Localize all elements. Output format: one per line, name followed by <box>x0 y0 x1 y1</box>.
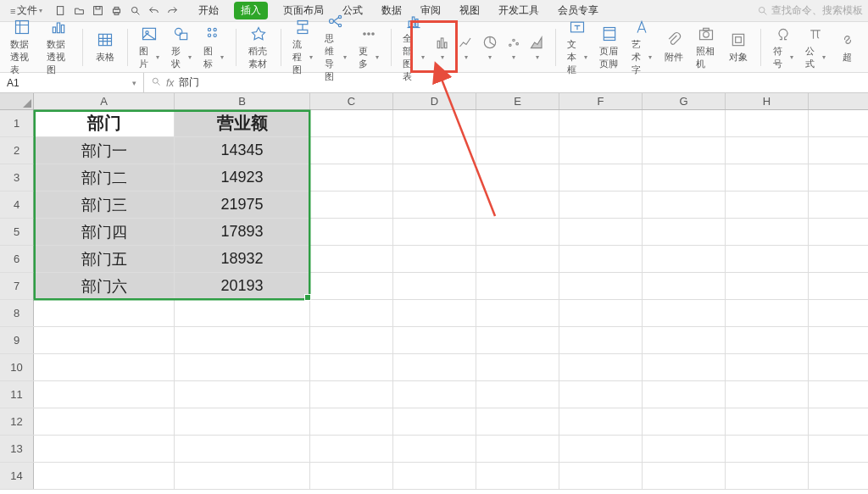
cell[interactable] <box>476 463 559 489</box>
cell[interactable] <box>310 273 393 299</box>
cell[interactable] <box>476 246 559 272</box>
new-icon[interactable] <box>54 5 66 17</box>
cell[interactable] <box>310 436 393 462</box>
row-header[interactable]: 7 <box>0 273 34 299</box>
cell[interactable] <box>310 246 393 272</box>
cell[interactable] <box>393 354 476 380</box>
cell[interactable] <box>34 300 175 326</box>
save-icon[interactable] <box>92 5 103 17</box>
col-header-C[interactable]: C <box>310 93 393 109</box>
cell[interactable] <box>643 300 726 326</box>
cell-A2[interactable]: 部门一 <box>34 137 175 164</box>
col-header-E[interactable]: E <box>476 93 559 109</box>
hyperlink-button[interactable]: 超 <box>834 29 861 65</box>
cell[interactable] <box>643 327 726 353</box>
col-header-A[interactable]: A <box>34 93 175 109</box>
cell[interactable] <box>559 327 643 353</box>
cell[interactable] <box>34 436 175 462</box>
cell-B7[interactable]: 20193 <box>175 273 310 299</box>
fx-icon[interactable]: fx <box>166 77 174 89</box>
iconset-button[interactable]: 图标▾ <box>200 23 227 72</box>
mini-line-button[interactable]: ▾ <box>457 31 476 63</box>
spreadsheet-grid[interactable]: A B C D E F G H 1 部门 营业额 2 部门一 14345 3 部… <box>0 93 868 490</box>
row-header[interactable]: 4 <box>0 191 34 218</box>
mini-bar-button[interactable]: ▾ <box>433 31 452 63</box>
search-box[interactable]: 查找命令、搜索模板 <box>757 3 863 18</box>
print-icon[interactable] <box>110 5 122 17</box>
cell-A3[interactable]: 部门二 <box>34 164 175 191</box>
cell[interactable] <box>393 110 476 136</box>
cell[interactable] <box>310 381 393 408</box>
cell[interactable] <box>726 354 809 380</box>
cell[interactable] <box>393 164 476 191</box>
cell[interactable] <box>175 463 310 489</box>
cell-B5[interactable]: 17893 <box>175 219 310 245</box>
cell[interactable] <box>643 164 726 191</box>
cell[interactable] <box>310 110 393 136</box>
cell[interactable] <box>643 273 726 299</box>
cell[interactable] <box>726 110 809 136</box>
col-header-H[interactable]: H <box>726 93 809 109</box>
cell[interactable] <box>393 463 476 489</box>
cell[interactable] <box>643 381 726 408</box>
mini-pie-button[interactable]: ▾ <box>481 31 499 63</box>
cell[interactable] <box>726 463 809 489</box>
cell[interactable] <box>726 408 809 435</box>
pivot-chart-button[interactable]: 数据透视图 <box>43 16 75 78</box>
cell[interactable] <box>175 436 310 462</box>
row-header[interactable]: 11 <box>0 381 34 408</box>
cell[interactable] <box>310 191 393 218</box>
cell[interactable] <box>476 219 559 245</box>
cell[interactable] <box>310 408 393 435</box>
preview-icon[interactable] <box>129 5 141 17</box>
cell[interactable] <box>310 327 393 353</box>
more-button[interactable]: 更多▾ <box>355 23 382 72</box>
cell-B6[interactable]: 18932 <box>175 246 310 272</box>
cell[interactable] <box>643 110 726 136</box>
cell[interactable] <box>726 219 809 245</box>
pivot-table-button[interactable]: 数据透视表 <box>7 16 38 78</box>
flowchart-button[interactable]: 流程图▾ <box>289 16 316 78</box>
open-icon[interactable] <box>73 5 85 17</box>
cell-A1[interactable]: 部门 <box>34 110 175 136</box>
tab-home[interactable]: 开始 <box>195 2 222 19</box>
cell[interactable] <box>643 436 726 462</box>
col-header-F[interactable]: F <box>559 93 643 109</box>
tab-dev[interactable]: 开发工具 <box>495 2 542 19</box>
cell[interactable] <box>726 246 809 272</box>
cell[interactable] <box>559 219 643 245</box>
cell[interactable] <box>393 381 476 408</box>
cell[interactable] <box>175 408 310 435</box>
col-header-D[interactable]: D <box>393 93 476 109</box>
cell[interactable] <box>476 137 559 164</box>
cell[interactable] <box>559 137 643 164</box>
cell-B1[interactable]: 营业额 <box>175 110 310 136</box>
cell[interactable] <box>643 354 726 380</box>
cell[interactable] <box>310 219 393 245</box>
cell[interactable] <box>559 246 643 272</box>
asset-button[interactable]: 稻壳素材 <box>245 23 272 72</box>
cell-A6[interactable]: 部门五 <box>34 246 175 272</box>
cell[interactable] <box>643 191 726 218</box>
cell[interactable] <box>476 164 559 191</box>
cell[interactable] <box>559 191 643 218</box>
mini-area-button[interactable]: ▾ <box>528 31 547 63</box>
cell[interactable] <box>643 137 726 164</box>
cell[interactable] <box>393 219 476 245</box>
row-header[interactable]: 13 <box>0 436 34 462</box>
cell[interactable] <box>310 463 393 489</box>
cell[interactable] <box>559 354 643 380</box>
cell[interactable] <box>393 191 476 218</box>
cell[interactable] <box>393 246 476 272</box>
cell[interactable] <box>643 246 726 272</box>
picture-button[interactable]: 图片▾ <box>136 23 163 72</box>
shape-button[interactable]: 形状▾ <box>168 23 195 72</box>
row-header[interactable]: 9 <box>0 327 34 353</box>
cell[interactable] <box>726 381 809 408</box>
cell[interactable] <box>34 408 175 435</box>
select-all-corner[interactable] <box>0 93 34 109</box>
cell[interactable] <box>175 354 310 380</box>
table-button[interactable]: 表格 <box>92 29 119 65</box>
cell[interactable] <box>34 463 175 489</box>
header-footer-button[interactable]: 页眉页脚 <box>596 23 623 72</box>
